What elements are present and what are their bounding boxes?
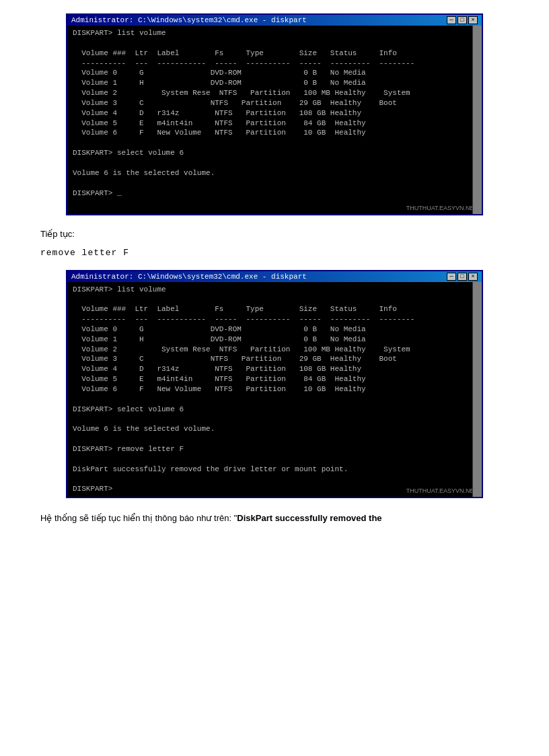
- section-window1: Administrator: C:\Windows\system32\cmd.e…: [40, 13, 509, 215]
- cmd-body-1: DISKPART> list volume Volume ### Ltr Lab…: [67, 26, 482, 214]
- maximize-btn-1[interactable]: □: [458, 16, 467, 24]
- code-command: remove letter F: [40, 248, 509, 258]
- titlebar-buttons-1: ─ □ ×: [447, 16, 478, 24]
- bottom-text-bold: DiskPart successfully removed the: [237, 513, 381, 523]
- section-window2: Administrator: C:\Windows\system32\cmd.e…: [40, 270, 509, 499]
- cmd-body-2: DISKPART> list volume Volume ### Ltr Lab…: [67, 282, 482, 497]
- scrollbar-2[interactable]: [472, 282, 482, 497]
- scrollbar-1[interactable]: [472, 26, 482, 214]
- section-bottom: Hệ thống sẽ tiếp tục hiển thị thông báo …: [40, 512, 509, 525]
- titlebar-buttons-2: ─ □ ×: [447, 273, 478, 281]
- cmd-window-2: Administrator: C:\Windows\system32\cmd.e…: [66, 270, 483, 499]
- titlebar-2: Administrator: C:\Windows\system32\cmd.e…: [67, 271, 482, 282]
- section-between: Tiếp tục: remove letter F: [40, 228, 509, 258]
- between-text: Tiếp tục:: [40, 228, 509, 241]
- close-btn-1[interactable]: ×: [468, 16, 478, 24]
- cmd-window-1: Administrator: C:\Windows\system32\cmd.e…: [66, 13, 483, 215]
- minimize-btn-2[interactable]: ─: [447, 273, 456, 281]
- cmd-output-1: DISKPART> list volume Volume ### Ltr Lab…: [73, 28, 476, 198]
- titlebar-title-1: Administrator: C:\Windows\system32\cmd.e…: [71, 16, 307, 24]
- maximize-btn-2[interactable]: □: [458, 273, 467, 281]
- bottom-text: Hệ thống sẽ tiếp tục hiển thị thông báo …: [40, 512, 509, 525]
- watermark-2: THUTHUAT.EASYVN.NET: [406, 487, 478, 494]
- titlebar-title-2: Administrator: C:\Windows\system32\cmd.e…: [71, 273, 307, 281]
- cmd-output-2: DISKPART> list volume Volume ### Ltr Lab…: [73, 285, 476, 495]
- minimize-btn-1[interactable]: ─: [447, 16, 456, 24]
- watermark-1: THUTHUAT.EASYVN.NET: [406, 205, 478, 211]
- close-btn-2[interactable]: ×: [468, 273, 478, 281]
- titlebar-1: Administrator: C:\Windows\system32\cmd.e…: [67, 15, 482, 26]
